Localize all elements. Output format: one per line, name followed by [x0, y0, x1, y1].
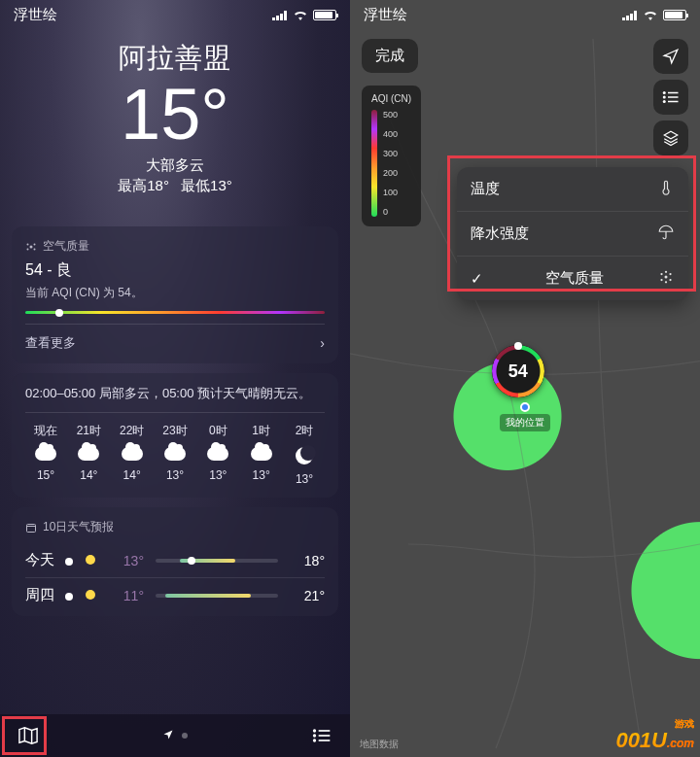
map-button[interactable]	[18, 725, 39, 746]
cloud-icon	[122, 447, 143, 461]
legend-values: 5004003002001000	[383, 110, 398, 217]
svg-point-16	[663, 100, 666, 103]
layer-option[interactable]: 降水强度	[457, 211, 688, 256]
aqi-scale-bar	[25, 311, 325, 314]
svg-point-18	[665, 276, 668, 279]
weather-hero: 阿拉善盟 15° 大部多云 最高18° 最低13°	[0, 26, 350, 205]
done-button[interactable]: 完成	[362, 39, 418, 73]
battery-icon	[313, 10, 336, 20]
svg-point-3	[27, 248, 29, 250]
daily-title: 10日天气预报	[25, 519, 325, 535]
hour-label: 2时	[296, 423, 314, 439]
watermark: 游戏 001U.com	[615, 720, 694, 753]
locate-me-button[interactable]	[653, 39, 688, 74]
watermark-text: 001U	[615, 728, 667, 752]
cloud-icon	[164, 447, 186, 461]
hourly-card[interactable]: 02:00–05:00 局部多云，05:00 预计天气晴朗无云。 现在15°21…	[12, 373, 338, 498]
svg-point-2	[34, 243, 36, 245]
current-temp: 15°	[0, 79, 350, 151]
day-label: 周四	[25, 586, 64, 604]
aqi-value: 54 - 良	[25, 260, 325, 281]
cloud-icon	[78, 447, 99, 461]
aqi-card-title: 空气质量	[25, 238, 325, 255]
svg-point-14	[663, 96, 666, 99]
hour-temp: 15°	[37, 468, 54, 482]
daily-card[interactable]: 10日天气预报 今天13°18°周四11°21°	[12, 507, 338, 616]
temp-range-bar	[156, 594, 278, 598]
hour-temp: 13°	[253, 468, 270, 482]
hour-label: 21时	[77, 423, 101, 439]
daily-row[interactable]: 周四11°21°	[25, 577, 325, 612]
moon-icon	[296, 447, 313, 465]
layer-option[interactable]: 温度	[457, 167, 688, 211]
hour-col: 2时13°	[284, 423, 325, 486]
temp-range-bar	[156, 559, 278, 563]
status-bar: 浮世绘	[0, 0, 350, 26]
svg-point-8	[313, 734, 316, 737]
svg-point-23	[665, 271, 667, 273]
svg-point-20	[669, 273, 671, 275]
page-indicator[interactable]	[162, 727, 188, 744]
legend-tick: 100	[383, 188, 398, 197]
legend-tick: 0	[383, 207, 398, 217]
hour-label: 0时	[209, 423, 228, 439]
layer-option-label: 空气质量	[545, 269, 604, 288]
hourly-row[interactable]: 现在15°21时14°22时14°23时13°0时13°1时13°2时13°	[25, 423, 325, 486]
layer-option-label: 温度	[471, 180, 500, 198]
svg-rect-5	[27, 524, 36, 532]
day-high: 21°	[290, 588, 325, 603]
page-dot	[182, 733, 188, 739]
hour-temp: 14°	[123, 468, 141, 482]
location-arrow-icon	[162, 727, 174, 744]
forecast-text: 02:00–05:00 局部多云，05:00 预计天气晴朗无云。	[25, 385, 325, 413]
hour-col: 0时13°	[197, 423, 238, 486]
svg-point-21	[660, 279, 662, 281]
hour-label: 23时	[162, 423, 187, 439]
layers-button[interactable]	[653, 120, 688, 155]
locations-list-button[interactable]	[311, 725, 332, 746]
umbrella-icon	[657, 224, 675, 244]
hour-col: 22时14°	[112, 423, 153, 486]
my-location-pin[interactable]	[520, 402, 530, 412]
weather-summary: 大部多云	[0, 156, 350, 175]
status-indicators	[272, 8, 336, 23]
thermometer-icon	[657, 179, 675, 199]
aqi-legend: AQI (CN) 5004003002001000	[362, 86, 421, 226]
svg-point-10	[313, 739, 316, 741]
daily-row[interactable]: 今天13°18°	[25, 543, 325, 577]
hour-col: 现在15°	[25, 423, 66, 486]
legend-tick: 300	[383, 149, 398, 158]
legend-title: AQI (CN)	[371, 93, 411, 104]
legend-color-bar	[371, 110, 377, 217]
svg-point-6	[313, 729, 316, 732]
hour-temp: 13°	[296, 472, 313, 486]
aqi-gauge[interactable]: 54	[492, 345, 544, 397]
calendar-icon	[25, 522, 37, 533]
my-location-label: 我的位置	[500, 414, 550, 431]
aqi-subtext: 当前 AQI (CN) 为 54。	[25, 285, 325, 301]
aqi-card[interactable]: 空气质量 54 - 良 当前 AQI (CN) 为 54。 查看更多 ›	[12, 226, 338, 363]
aqi-icon	[657, 268, 675, 289]
day-label: 今天	[25, 551, 64, 569]
cloud-icon	[251, 447, 272, 461]
layer-option[interactable]: 空气质量	[457, 256, 688, 300]
status-time: 浮世绘	[364, 6, 407, 24]
battery-icon	[663, 10, 686, 20]
see-more-row[interactable]: 查看更多 ›	[25, 324, 325, 352]
layer-picker-popup: 温度降水强度空气质量	[457, 167, 688, 300]
cellular-icon	[622, 11, 638, 20]
status-time: 浮世绘	[14, 6, 57, 24]
hour-col: 1时13°	[241, 423, 282, 486]
daily-title-text: 10日天气预报	[43, 519, 114, 535]
aqi-icon	[25, 241, 37, 253]
watermark-suffix: .com	[667, 737, 694, 750]
hour-label: 现在	[34, 423, 57, 439]
list-toggle-button[interactable]	[653, 80, 688, 115]
svg-point-22	[669, 279, 671, 281]
wifi-icon	[643, 8, 658, 23]
low-temp: 最低13°	[181, 177, 232, 193]
day-low: 11°	[113, 588, 144, 603]
hour-temp: 13°	[209, 468, 227, 482]
hour-temp: 14°	[80, 468, 97, 482]
gauge-value: 54	[496, 349, 541, 394]
